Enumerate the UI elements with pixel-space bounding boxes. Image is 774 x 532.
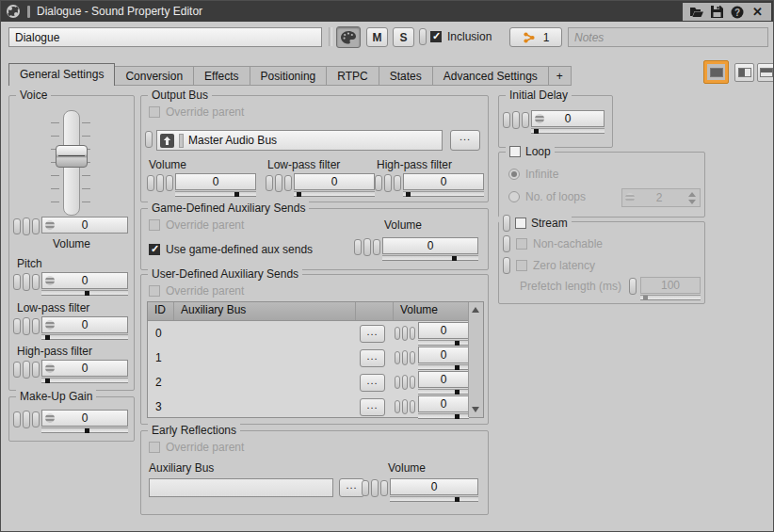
tab-rtpc[interactable]: RTPC [327,66,379,86]
bus-volume-label: Volume [149,158,186,171]
aux-id: 2 [148,370,174,395]
makeup-gain-title: Make-Up Gain [16,390,96,403]
aux-volume-field[interactable]: 0 [418,322,469,339]
solo-button[interactable]: S [393,27,414,47]
aux-browse-button[interactable]: ... [360,398,385,416]
notes-input[interactable] [568,27,768,47]
aux-bus-cell[interactable] [174,346,356,370]
initial-delay-mini-slider[interactable] [531,128,605,134]
scroll-up-icon[interactable] [472,307,479,313]
tab-effects[interactable]: Effects [194,66,250,86]
aux-bus-cell[interactable] [174,370,356,395]
aux-browse-button[interactable]: ... [360,349,385,367]
game-aux-volume-field[interactable]: 0 [382,237,478,254]
aux-browse-button[interactable]: ... [360,374,385,392]
game-aux-volume-label: Volume [384,218,422,232]
use-game-aux-checkbox[interactable] [149,244,160,255]
aux-send-row: 0 ... 0 [148,321,483,346]
highpass-field[interactable]: 0 [41,360,128,377]
output-bus-browse-button[interactable]: ... [450,130,480,151]
split-vertical-icon [738,68,751,77]
tab-general-settings[interactable]: General Settings [8,63,115,86]
makeup-mini-slider[interactable] [41,427,128,433]
bus-lowpass-field[interactable]: 0 [294,173,375,190]
bus-lowpass-label: Low-pass filter [267,158,340,171]
titlebar-grip [27,6,30,18]
user-aux-title: User-Defined Auxiliary Sends [148,267,302,281]
pitch-field[interactable]: 0 [41,272,128,289]
bus-highpass-mini-slider[interactable] [403,191,484,197]
tab-positioning[interactable]: Positioning [250,66,328,86]
open-file-icon[interactable] [690,6,703,19]
aux-volume-mini-slider[interactable] [418,413,469,419]
aux-id: 1 [148,346,174,370]
layout-single-button[interactable] [703,60,729,84]
scroll-down-icon[interactable] [472,407,479,412]
aux-volume-field[interactable]: 0 [418,395,469,412]
col-auxiliary-bus: Auxiliary Bus [174,302,356,320]
inclusion-checkbox-row: Inclusion [430,30,492,43]
er-volume-mini-slider[interactable] [390,496,478,502]
pitch-mini-slider[interactable] [41,290,128,296]
save-icon[interactable] [710,6,723,19]
bus-icon [160,134,174,148]
prefetch-field: 100 [640,277,701,294]
close-icon[interactable]: ✕ [750,6,764,19]
inclusion-checkbox[interactable] [430,31,442,42]
bus-volume-field[interactable]: 0 [175,173,256,190]
bus-volume-mini-slider[interactable] [175,191,256,197]
er-aux-bus-field[interactable] [149,478,333,497]
aux-volume-mini-slider[interactable] [418,389,469,395]
tab-add-button[interactable]: + [549,66,572,86]
aux-id: 3 [148,395,174,419]
col-volume: Volume [394,302,469,320]
help-icon[interactable]: ? [731,6,744,19]
layout-split-horizontal-button[interactable] [757,63,774,82]
er-aux-bus-label: Auxiliary Bus [149,461,214,475]
aux-bus-cell[interactable] [174,321,356,346]
volume-indicator-icons [13,218,40,235]
tab-states[interactable]: States [379,66,433,86]
sharesets-button[interactable]: 1 [509,27,562,47]
loop-checkbox[interactable] [509,146,521,157]
stream-indicator-icon [503,215,510,232]
stream-checkbox[interactable] [515,218,526,229]
bus-highpass-indicator-icons [375,174,401,192]
loop-count-row: No. of loops [508,190,586,203]
aux-browse-button[interactable]: ... [360,325,385,343]
loop-count-spinner: 2 [621,188,701,207]
game-aux-mini-slider[interactable] [382,255,478,261]
color-button[interactable] [336,26,361,48]
aux-volume-mini-slider[interactable] [418,340,469,346]
aux-volume-field[interactable]: 0 [418,347,469,363]
bus-highpass-field[interactable]: 0 [403,173,484,190]
highpass-mini-slider[interactable] [41,378,128,383]
tab-advanced-settings[interactable]: Advanced Settings [433,66,549,86]
table-scrollbar[interactable] [468,302,483,417]
layout-split-vertical-button[interactable] [734,63,754,82]
titlebar[interactable]: Dialogue - Sound Property Editor ? ✕ [1,1,773,22]
lowpass-field[interactable]: 0 [41,316,128,333]
aux-bus-cell[interactable] [174,395,356,419]
aux-volume-field[interactable]: 0 [418,371,469,388]
randomizer-icon [45,220,55,230]
output-bus-name: Master Audio Bus [188,134,277,147]
non-cachable-row: Non-cachable [503,235,603,252]
er-override-row: Override parent [149,441,244,454]
object-name-input[interactable] [8,27,322,47]
aux-table-header: ID Auxiliary Bus Volume [148,302,483,321]
randomizer-icon [535,114,544,123]
er-volume-field[interactable]: 0 [390,478,478,495]
volume-fader-handle[interactable] [56,145,88,168]
voice-volume-field[interactable]: 0 [41,217,128,234]
lowpass-mini-slider[interactable] [41,334,128,340]
initial-delay-field[interactable]: 0 [531,110,605,127]
makeup-gain-field[interactable]: 0 [41,410,128,427]
output-bus-selector[interactable]: Master Audio Bus [156,130,443,151]
mute-button[interactable]: M [366,27,388,47]
aux-volume-mini-slider[interactable] [418,364,469,370]
er-browse-button[interactable]: ... [339,478,364,497]
tab-conversion[interactable]: Conversion [115,66,194,86]
pitch-indicator-icons [13,273,40,291]
bus-lowpass-mini-slider[interactable] [294,191,375,197]
